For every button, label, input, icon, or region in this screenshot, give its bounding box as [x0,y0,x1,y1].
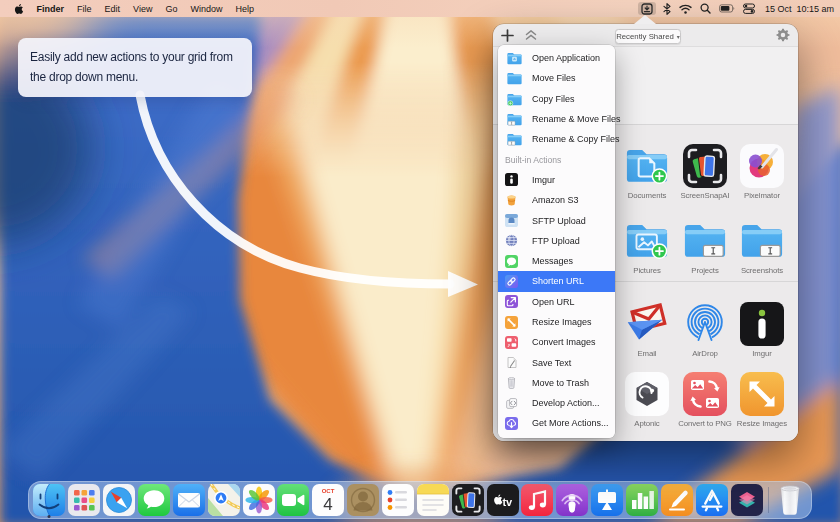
bluetooth-icon[interactable] [659,0,675,17]
menu-item-amazon-s3[interactable]: Amazon S3 [498,190,615,210]
add-action-button[interactable] [497,26,517,44]
menu-item-open-url[interactable]: Open URL [498,292,615,312]
menu-item-move-to-trash[interactable]: Move to Trash [498,373,615,393]
control-center-icon[interactable] [739,0,759,17]
menu-item-shorten-url[interactable]: Shorten URL [498,271,615,291]
menu-window[interactable]: Window [184,4,229,14]
menu-item-label: Move Files [532,73,576,83]
menu-item-messages[interactable]: Messages [498,251,615,271]
menu-item-label: Move to Trash [532,378,589,388]
dock-launchpad[interactable] [67,481,102,519]
develop-icon [505,396,525,410]
grid-item-label: Screenshots [733,266,791,275]
folder-rename-big-icon [683,219,727,263]
menu-item-rename-copy-files[interactable]: Rename & Copy Files [498,129,615,149]
dock-photos[interactable] [241,481,276,519]
grid-item-convert-to-png[interactable]: Convert to PNG [676,372,734,428]
menu-item-label: Open URL [532,297,575,307]
grid-item-pixelmator[interactable]: Pixelmator [733,144,791,200]
menu-help[interactable]: Help [229,4,261,14]
menu-view[interactable]: View [127,4,159,14]
dock-pages[interactable] [659,481,694,519]
menubar-date[interactable]: 15 Oct [759,4,792,14]
menubar-time[interactable]: 10:15 am [791,4,834,14]
menu-item-resize-images[interactable]: Resize Images [498,312,615,332]
dock-reminders[interactable] [381,481,416,519]
grid-item-airdrop[interactable]: AirDrop [676,302,734,358]
dock-tv[interactable]: tv [485,481,520,519]
folder-app-icon [505,51,525,65]
grid-item-documents[interactable]: Documents [618,144,676,200]
get-more-icon [505,416,525,430]
menu-item-open-application[interactable]: Open Application [498,48,615,68]
gear-icon[interactable] [775,27,791,43]
grid-item-screenshots[interactable]: Screenshots [733,219,791,275]
grid-item-label: Projects [676,266,734,275]
menu-item-move-files[interactable]: Move Files [498,68,615,88]
dock: OCT4tv [28,481,812,519]
apple-icon [14,3,24,15]
ftp-globe-icon [505,234,525,248]
dock-screensnapai[interactable] [450,481,485,519]
apple-menu[interactable] [7,3,30,15]
tutorial-callout-text: Easily add new actions to your grid from… [30,50,233,84]
grid-item-aptonic[interactable]: Aptonic [618,372,676,428]
dock-trash[interactable] [773,481,808,519]
dock-safari[interactable] [102,481,137,519]
menu-item-rename-move-files[interactable]: Rename & Move Files [498,109,615,129]
collapse-button[interactable] [521,26,541,44]
menu-item-copy-files[interactable]: Copy Files [498,89,615,109]
dock-mail[interactable] [171,481,206,519]
dock-maps[interactable] [206,481,241,519]
grid-item-label: Pixelmator [733,191,791,200]
dock-keynote[interactable] [590,481,625,519]
dock-facetime[interactable] [276,481,311,519]
grid-item-email[interactable]: Email [618,302,676,358]
menu-item-ftp-upload[interactable]: FTP Upload [498,231,615,251]
dock-separator [764,481,773,519]
grid-item-resize-images[interactable]: Resize Images [733,372,791,428]
menu-go[interactable]: Go [159,4,184,14]
active-app-name[interactable]: Finder [30,4,71,14]
dock-shortcuts[interactable] [729,481,764,519]
grid-item-pictures[interactable]: Pictures [618,219,676,275]
add-action-menu: Open ApplicationMove FilesCopy FilesRena… [498,45,615,438]
dock-podcasts[interactable] [555,481,590,519]
battery-icon[interactable] [715,0,739,17]
dropzone-menubar-icon[interactable] [638,2,656,15]
menu-edit[interactable]: Edit [98,4,127,14]
menu-item-develop-action-[interactable]: Develop Action... [498,393,615,413]
recently-shared-dropdown[interactable]: Recently Shared ▾ [615,29,681,44]
airdrop-icon [683,302,727,346]
wifi-icon[interactable] [675,0,696,17]
menu-item-label: Resize Images [532,317,592,327]
menu-item-sftp-upload[interactable]: SFTP Upload [498,210,615,230]
dock-music[interactable] [520,481,555,519]
menubar-left: Finder File Edit View Go Window Help [0,3,260,15]
resize-small-icon [505,315,525,329]
grid-item-projects[interactable]: Projects [676,219,734,275]
dock-finder[interactable] [32,481,67,519]
grid-item-label: Documents [618,191,676,200]
grid-item-imgur[interactable]: Imgur [733,302,791,358]
dock-notes[interactable] [415,481,450,519]
dock-app-store[interactable] [694,481,729,519]
menu-item-get-more-actions-[interactable]: Get More Actions... [498,413,615,433]
dock-contacts[interactable] [346,481,381,519]
grid-item-screensnapai[interactable]: ScreenSnapAI [676,144,734,200]
shorten-url-icon [505,274,525,288]
menu-item-imgur[interactable]: Imgur [498,170,615,190]
folder-plus-icon [505,92,525,106]
menu-file[interactable]: File [71,4,99,14]
search-icon[interactable] [696,0,715,17]
dock-calendar[interactable]: OCT4 [311,481,346,519]
dock-numbers[interactable] [625,481,660,519]
trash-small-icon [505,376,525,390]
dock-messages[interactable] [137,481,172,519]
dock-separator-line [768,487,769,513]
menu-item-label: Amazon S3 [532,195,579,205]
menu-item-save-text[interactable]: Save Text [498,352,615,372]
imgur-icon [505,173,525,187]
menu-item-label: Imgur [532,175,555,185]
menu-item-convert-images[interactable]: Convert Images [498,332,615,352]
